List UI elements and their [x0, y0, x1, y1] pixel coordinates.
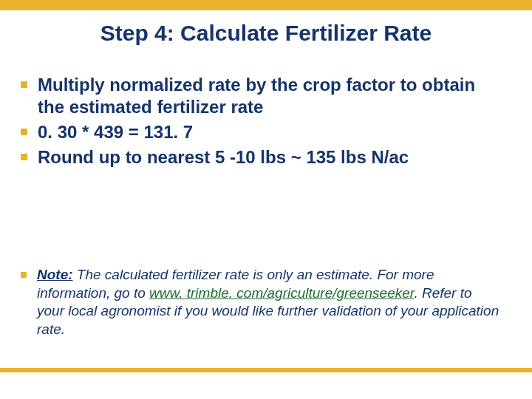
note-text: Note: The calculated fertilizer rate is … — [37, 266, 502, 339]
top-accent-bar — [0, 0, 532, 10]
bullet-text: Round up to nearest 5 -10 lbs ~ 135 lbs … — [38, 146, 409, 168]
bottom-accent-bar — [0, 368, 532, 372]
page-title: Step 4: Calculate Fertilizer Rate — [0, 21, 532, 46]
note-section: Note: The calculated fertilizer rate is … — [21, 266, 502, 339]
bullet-item: Multiply normalized rate by the crop fac… — [21, 74, 502, 118]
square-bullet-icon — [21, 129, 27, 135]
bullet-text: 0. 30 * 439 = 131. 7 — [38, 121, 193, 143]
bullet-text: Multiply normalized rate by the crop fac… — [38, 74, 502, 118]
note-link[interactable]: www. trimble. com/agriculture/greenseeke… — [149, 285, 414, 301]
main-bullets: Multiply normalized rate by the crop fac… — [21, 74, 502, 171]
square-bullet-icon — [21, 272, 27, 278]
note-item: Note: The calculated fertilizer rate is … — [21, 266, 502, 339]
note-label: Note: — [37, 267, 73, 282]
square-bullet-icon — [21, 154, 27, 160]
bullet-item: Round up to nearest 5 -10 lbs ~ 135 lbs … — [21, 146, 502, 168]
bullet-item: 0. 30 * 439 = 131. 7 — [21, 121, 502, 143]
square-bullet-icon — [21, 81, 27, 88]
